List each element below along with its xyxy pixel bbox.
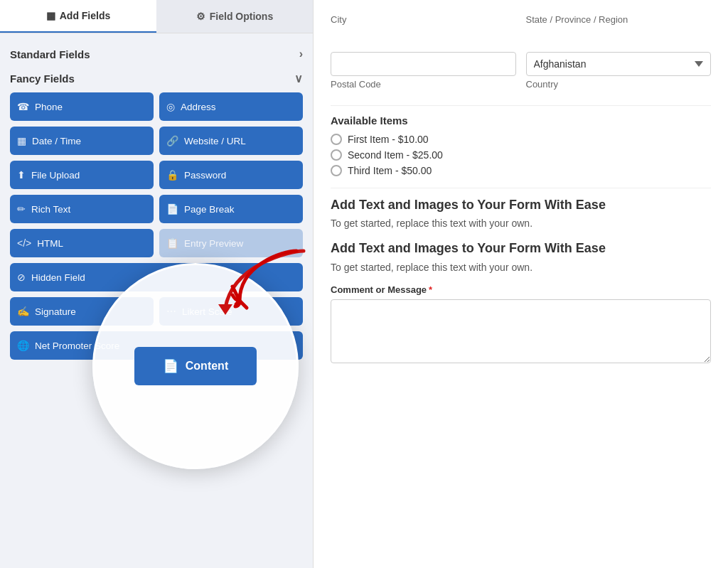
red-arrow-icon <box>197 244 311 329</box>
standard-fields-label: Standard Fields <box>10 48 90 60</box>
comment-label: Comment or Message* <box>331 284 711 295</box>
fancy-fields-section[interactable]: Fancy Fields ∨ <box>10 68 303 92</box>
tab-field-options[interactable]: ⚙ Field Options <box>156 0 313 33</box>
postal-country-row: Postal Code Afghanistan Country <box>331 52 711 94</box>
password-label: Password <box>184 170 226 181</box>
tab-add-fields-label: Add Fields <box>60 10 111 21</box>
html-button[interactable]: </> HTML <box>10 229 154 257</box>
content-btn-label: Content <box>186 360 228 373</box>
available-items-list: First Item - $10.00 Second Item - $25.00… <box>331 134 711 176</box>
item-1-label: First Item - $10.00 <box>348 134 429 145</box>
address-label: Address <box>181 102 216 112</box>
fancy-fields-chevron: ∨ <box>294 72 303 85</box>
country-select[interactable]: Afghanistan <box>526 52 712 76</box>
city-label: City <box>331 14 516 25</box>
rich-text-label: Rich Text <box>31 204 70 215</box>
divider-2 <box>331 188 711 188</box>
item-1-row: First Item - $10.00 <box>331 134 711 145</box>
rich-text-2-body: To get started, replace this text with y… <box>331 262 711 273</box>
richtext-icon: ✏ <box>17 203 26 215</box>
nps-icon: 🌐 <box>17 340 29 351</box>
item-1-radio[interactable] <box>331 134 342 145</box>
city-state-row: City State / Province / Region <box>331 14 711 41</box>
rich-text-2-heading: Add Text and Images to Your Form With Ea… <box>331 240 711 257</box>
comment-textarea[interactable] <box>331 299 711 363</box>
item-3-label: Third Item - $50.00 <box>348 165 432 176</box>
signature-label: Signature <box>35 306 76 317</box>
comment-field: Comment or Message* <box>331 284 711 366</box>
hidden-field-label: Hidden Field <box>31 272 85 283</box>
item-2-radio[interactable] <box>331 149 342 161</box>
page-break-button[interactable]: 📄 Page Break <box>159 195 303 223</box>
content-btn-icon: 📄 <box>163 358 178 374</box>
item-2-row: Second Item - $25.00 <box>331 149 711 161</box>
rich-text-block-2: Add Text and Images to Your Form With Ea… <box>331 240 711 272</box>
circle-overlay: 📄 Content <box>92 263 299 469</box>
upload-icon: ⬆ <box>17 169 26 181</box>
left-panel: ▦ Add Fields ⚙ Field Options Standard Fi… <box>0 0 313 568</box>
file-upload-label: File Upload <box>31 170 80 181</box>
country-field: Afghanistan Country <box>526 52 712 94</box>
calendar-icon: ▦ <box>17 135 26 146</box>
divider-1 <box>331 105 711 106</box>
rich-text-block-1: Add Text and Images to Your Form With Ea… <box>331 197 711 229</box>
address-icon: ◎ <box>166 101 175 112</box>
file-upload-button[interactable]: ⬆ File Upload <box>10 161 154 189</box>
state-field: State / Province / Region <box>526 14 712 29</box>
datetime-button[interactable]: ▦ Date / Time <box>10 127 154 155</box>
postal-field: Postal Code <box>331 52 516 94</box>
item-2-label: Second Item - $25.00 <box>348 149 443 161</box>
phone-icon: ☎ <box>17 101 29 112</box>
html-label: HTML <box>37 238 63 249</box>
content-button[interactable]: 📄 Content <box>134 347 257 385</box>
item-3-row: Third Item - $50.00 <box>331 165 711 176</box>
phone-button[interactable]: ☎ Phone <box>10 92 154 121</box>
datetime-label: Date / Time <box>32 136 81 146</box>
pagebreak-icon: 📄 <box>166 203 178 215</box>
link-icon: 🔗 <box>166 135 178 146</box>
website-label: Website / URL <box>184 136 246 146</box>
lock-icon: 🔒 <box>166 169 178 181</box>
right-panel: City State / Province / Region Postal Co… <box>313 0 728 568</box>
html-icon: </> <box>17 237 31 249</box>
country-label: Country <box>526 79 712 90</box>
signature-icon: ✍ <box>17 306 29 317</box>
tabs: ▦ Add Fields ⚙ Field Options <box>0 0 313 33</box>
website-button[interactable]: 🔗 Website / URL <box>159 127 303 155</box>
rich-text-1-body: To get started, replace this text with y… <box>331 218 711 229</box>
comment-required: * <box>429 284 432 295</box>
tab-add-fields[interactable]: ▦ Add Fields <box>0 0 156 33</box>
city-field: City <box>331 14 516 29</box>
hidden-icon: ⊘ <box>17 272 26 283</box>
phone-label: Phone <box>35 102 63 112</box>
address-button[interactable]: ◎ Address <box>159 92 303 121</box>
rich-text-button[interactable]: ✏ Rich Text <box>10 195 154 223</box>
rich-text-1-heading: Add Text and Images to Your Form With Ea… <box>331 197 711 213</box>
state-label: State / Province / Region <box>526 14 712 25</box>
postal-input[interactable] <box>331 52 516 76</box>
standard-fields-section[interactable]: Standard Fields › <box>10 43 303 68</box>
standard-fields-chevron: › <box>299 48 303 60</box>
item-3-radio[interactable] <box>331 165 342 176</box>
tab-field-options-label: Field Options <box>210 11 273 22</box>
postal-label: Postal Code <box>331 79 516 90</box>
available-items-title: Available Items <box>331 114 711 127</box>
sliders-icon: ⚙ <box>196 11 205 22</box>
grid-icon: ▦ <box>46 10 55 21</box>
page-break-label: Page Break <box>184 204 235 215</box>
password-button[interactable]: 🔒 Password <box>159 161 303 189</box>
fancy-fields-label: Fancy Fields <box>10 73 75 85</box>
